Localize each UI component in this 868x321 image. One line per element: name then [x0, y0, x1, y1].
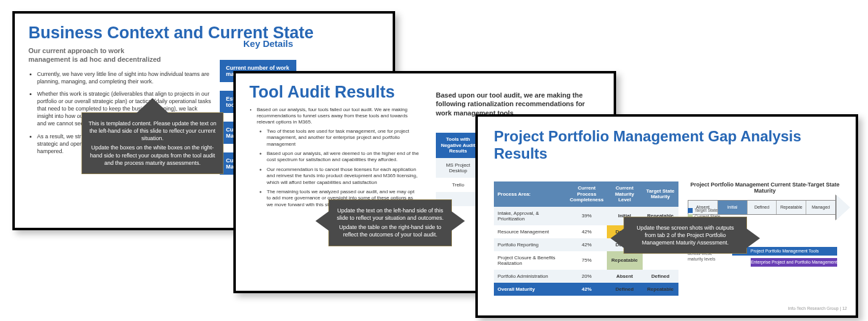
tooltip-arrow-icon	[746, 228, 760, 248]
diagram-title: Project Portfolio Management Current Sta…	[688, 181, 842, 194]
maturity-diagram: Project Portfolio Management Current Sta…	[688, 181, 848, 219]
table-row: Portfolio Administration20%AbsentDefined	[494, 270, 678, 283]
th: Tools with Negative Audit Results	[436, 133, 480, 158]
diagram-bar: Enterprise Project and Portfolio Managem…	[751, 258, 837, 267]
tooltip-text: This is templated content. Please update…	[88, 120, 217, 142]
key-details-heading: Key Details	[243, 38, 293, 49]
slide2-right-title: Based upon our tool audit, we are making…	[436, 91, 590, 117]
level: Managed	[806, 201, 835, 214]
th: Current Process Completeness	[567, 181, 607, 207]
slide3-tooltip: Update these screen shots with outputs f…	[624, 217, 747, 254]
tooltip-arrow-icon	[611, 228, 624, 248]
tooltip-text: Update the table on the right-hand side …	[335, 223, 445, 238]
tooltip-text: Update the text on the left-hand side of…	[335, 207, 445, 222]
bullet-text: Based on our analysis, four tools failed…	[257, 107, 407, 125]
slide3-title: Project Portfolio Management Gap Analysi…	[478, 117, 856, 169]
slide2-bullets: Based on our analysis, four tools failed…	[236, 107, 433, 208]
slide-gap-analysis: Project Portfolio Management Gap Analysi…	[475, 114, 858, 318]
slide2-tooltip: Update the text on the left-hand side of…	[328, 199, 452, 246]
level: Defined	[748, 201, 777, 214]
tooltip-text: Update these screen shots with outputs f…	[630, 224, 740, 246]
level: Repeatable	[777, 201, 806, 214]
th: Process Area:	[494, 181, 567, 207]
tooltip-arrow-icon	[135, 98, 170, 114]
diagram-bar: Project Portfolio Management Tools	[732, 247, 837, 256]
slide1-title: Business Context and Current State	[15, 14, 393, 46]
table-row-overall: Overall Maturity42%DefinedRepeatable	[494, 283, 678, 296]
tooltip-arrow-icon	[451, 211, 465, 231]
slide1-subtitle: Our current approach to work management …	[15, 46, 175, 64]
slide2-sub-bullet: Based upon our analysis, all were deemed…	[267, 151, 420, 164]
th: Current Maturity Level	[607, 181, 643, 207]
slide2-sub-bullet: Our recommendation is to cancel those li…	[267, 167, 420, 186]
slide3-footer: Info-Tech Research Group | 12	[788, 306, 847, 311]
level: Initial	[718, 201, 748, 214]
slide1-bullet: Currently, we have very little line of s…	[37, 70, 211, 85]
th: Target State Maturity	[643, 181, 678, 207]
tooltip-text: Update the boxes on the white boxes on t…	[88, 144, 217, 166]
slide2-sub-bullet: Two of these tools are used for task man…	[267, 128, 420, 148]
slide2-bullet: Based on our analysis, four tools failed…	[257, 107, 420, 208]
slide1-tooltip: This is templated content. Please update…	[81, 112, 223, 174]
tooltip-arrow-icon	[315, 211, 329, 231]
